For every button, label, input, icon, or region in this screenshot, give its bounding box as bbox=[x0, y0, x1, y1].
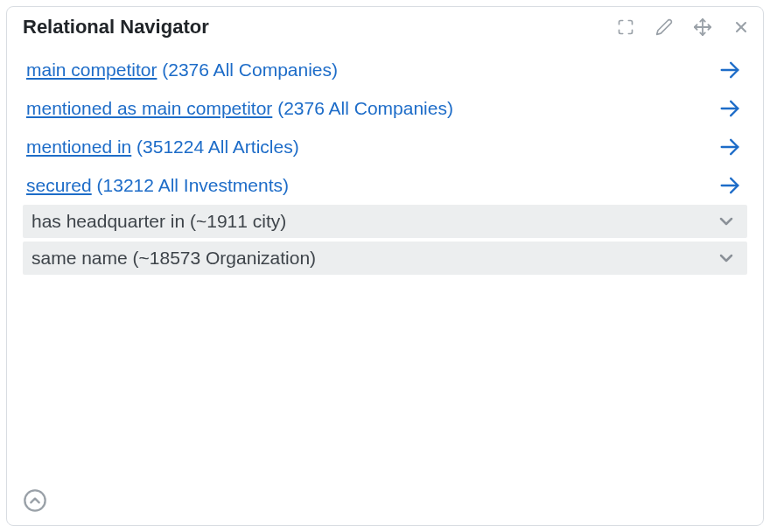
arrow-right-icon[interactable] bbox=[718, 96, 742, 121]
relational-navigator-panel: Relational Navigator main competitor (23… bbox=[6, 6, 764, 526]
edit-icon[interactable] bbox=[654, 18, 674, 37]
relation-link-row: secured (13212 All Investments) bbox=[7, 166, 763, 205]
relation-link-row: main competitor (2376 All Companies) bbox=[7, 51, 763, 89]
relation-name-link[interactable]: main competitor bbox=[26, 60, 157, 80]
relation-label: secured (13212 All Investments) bbox=[26, 175, 718, 196]
panel-title: Relational Navigator bbox=[23, 16, 616, 38]
arrow-right-icon[interactable] bbox=[718, 58, 742, 82]
header-actions bbox=[616, 18, 751, 37]
svg-point-8 bbox=[24, 490, 45, 510]
relation-expand-row[interactable]: has headquarter in (~1911 city) bbox=[23, 205, 747, 238]
relation-name-link[interactable]: mentioned in bbox=[26, 136, 131, 157]
relation-count: (351224 All Articles) bbox=[136, 136, 299, 157]
collapse-up-icon[interactable] bbox=[23, 488, 47, 513]
relation-label: main competitor (2376 All Companies) bbox=[26, 60, 718, 80]
relation-count: (2376 All Companies) bbox=[277, 98, 453, 118]
relation-expand-row[interactable]: same name (~18573 Organization) bbox=[23, 242, 747, 275]
arrow-right-icon[interactable] bbox=[718, 135, 742, 159]
relations-list: main competitor (2376 All Companies) men… bbox=[7, 44, 763, 275]
arrow-right-icon[interactable] bbox=[718, 173, 742, 198]
chevron-down-icon[interactable] bbox=[716, 248, 737, 269]
panel-header: Relational Navigator bbox=[7, 7, 763, 44]
relation-label: mentioned in (351224 All Articles) bbox=[26, 136, 718, 158]
relation-expand-label: has headquarter in (~1911 city) bbox=[32, 211, 716, 232]
relation-count: (13212 All Investments) bbox=[97, 175, 289, 195]
relation-count: (2376 All Companies) bbox=[162, 60, 338, 80]
chevron-down-icon[interactable] bbox=[716, 211, 737, 232]
relation-name-link[interactable]: secured bbox=[26, 175, 92, 195]
relation-expand-label: same name (~18573 Organization) bbox=[32, 248, 716, 269]
relation-name-link[interactable]: mentioned as main competitor bbox=[26, 98, 272, 118]
close-icon[interactable] bbox=[732, 18, 751, 37]
relation-label: mentioned as main competitor (2376 All C… bbox=[26, 98, 718, 119]
move-icon[interactable] bbox=[693, 18, 712, 37]
relation-link-row: mentioned as main competitor (2376 All C… bbox=[7, 89, 763, 128]
fullscreen-icon[interactable] bbox=[616, 18, 635, 37]
relation-link-row: mentioned in (351224 All Articles) bbox=[7, 128, 763, 166]
